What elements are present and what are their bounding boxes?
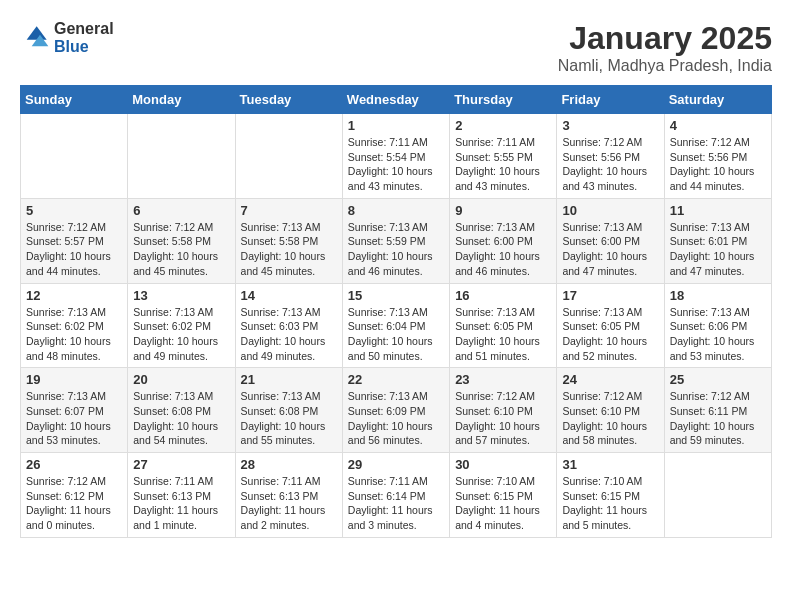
day-number: 29 <box>348 457 444 472</box>
day-number: 23 <box>455 372 551 387</box>
day-info: Sunrise: 7:13 AM Sunset: 6:00 PM Dayligh… <box>562 220 658 279</box>
svg-marker-0 <box>27 26 47 39</box>
day-info: Sunrise: 7:13 AM Sunset: 6:08 PM Dayligh… <box>241 389 337 448</box>
day-info: Sunrise: 7:12 AM Sunset: 6:12 PM Dayligh… <box>26 474 122 533</box>
day-number: 3 <box>562 118 658 133</box>
calendar-cell: 3Sunrise: 7:12 AM Sunset: 5:56 PM Daylig… <box>557 114 664 199</box>
day-number: 4 <box>670 118 766 133</box>
day-number: 22 <box>348 372 444 387</box>
calendar-cell: 17Sunrise: 7:13 AM Sunset: 6:05 PM Dayli… <box>557 283 664 368</box>
calendar-cell: 22Sunrise: 7:13 AM Sunset: 6:09 PM Dayli… <box>342 368 449 453</box>
day-info: Sunrise: 7:13 AM Sunset: 5:59 PM Dayligh… <box>348 220 444 279</box>
calendar-cell: 28Sunrise: 7:11 AM Sunset: 6:13 PM Dayli… <box>235 453 342 538</box>
day-info: Sunrise: 7:13 AM Sunset: 6:03 PM Dayligh… <box>241 305 337 364</box>
calendar-week-row: 5Sunrise: 7:12 AM Sunset: 5:57 PM Daylig… <box>21 198 772 283</box>
day-info: Sunrise: 7:12 AM Sunset: 6:10 PM Dayligh… <box>562 389 658 448</box>
day-number: 2 <box>455 118 551 133</box>
day-number: 16 <box>455 288 551 303</box>
day-info: Sunrise: 7:12 AM Sunset: 6:10 PM Dayligh… <box>455 389 551 448</box>
day-number: 26 <box>26 457 122 472</box>
calendar-cell <box>128 114 235 199</box>
day-number: 15 <box>348 288 444 303</box>
weekday-header-tuesday: Tuesday <box>235 86 342 114</box>
calendar-cell: 25Sunrise: 7:12 AM Sunset: 6:11 PM Dayli… <box>664 368 771 453</box>
logo-blue-text: Blue <box>54 38 114 56</box>
day-info: Sunrise: 7:12 AM Sunset: 5:58 PM Dayligh… <box>133 220 229 279</box>
day-info: Sunrise: 7:13 AM Sunset: 6:02 PM Dayligh… <box>26 305 122 364</box>
logo-general-text: General <box>54 20 114 38</box>
logo-icon <box>20 23 50 53</box>
day-number: 6 <box>133 203 229 218</box>
day-info: Sunrise: 7:10 AM Sunset: 6:15 PM Dayligh… <box>562 474 658 533</box>
calendar-cell: 12Sunrise: 7:13 AM Sunset: 6:02 PM Dayli… <box>21 283 128 368</box>
calendar-cell: 10Sunrise: 7:13 AM Sunset: 6:00 PM Dayli… <box>557 198 664 283</box>
calendar-cell: 18Sunrise: 7:13 AM Sunset: 6:06 PM Dayli… <box>664 283 771 368</box>
day-number: 12 <box>26 288 122 303</box>
day-number: 28 <box>241 457 337 472</box>
calendar-week-row: 1Sunrise: 7:11 AM Sunset: 5:54 PM Daylig… <box>21 114 772 199</box>
day-info: Sunrise: 7:13 AM Sunset: 5:58 PM Dayligh… <box>241 220 337 279</box>
day-info: Sunrise: 7:13 AM Sunset: 6:07 PM Dayligh… <box>26 389 122 448</box>
calendar-cell: 21Sunrise: 7:13 AM Sunset: 6:08 PM Dayli… <box>235 368 342 453</box>
calendar-cell: 1Sunrise: 7:11 AM Sunset: 5:54 PM Daylig… <box>342 114 449 199</box>
calendar-cell: 11Sunrise: 7:13 AM Sunset: 6:01 PM Dayli… <box>664 198 771 283</box>
weekday-header-monday: Monday <box>128 86 235 114</box>
day-info: Sunrise: 7:11 AM Sunset: 5:55 PM Dayligh… <box>455 135 551 194</box>
calendar-cell: 13Sunrise: 7:13 AM Sunset: 6:02 PM Dayli… <box>128 283 235 368</box>
calendar-cell: 5Sunrise: 7:12 AM Sunset: 5:57 PM Daylig… <box>21 198 128 283</box>
day-number: 18 <box>670 288 766 303</box>
calendar-cell: 2Sunrise: 7:11 AM Sunset: 5:55 PM Daylig… <box>450 114 557 199</box>
calendar-cell: 6Sunrise: 7:12 AM Sunset: 5:58 PM Daylig… <box>128 198 235 283</box>
calendar-cell: 31Sunrise: 7:10 AM Sunset: 6:15 PM Dayli… <box>557 453 664 538</box>
calendar-cell: 24Sunrise: 7:12 AM Sunset: 6:10 PM Dayli… <box>557 368 664 453</box>
weekday-header-row: SundayMondayTuesdayWednesdayThursdayFrid… <box>21 86 772 114</box>
month-year-title: January 2025 <box>558 20 772 57</box>
day-number: 10 <box>562 203 658 218</box>
calendar-cell: 16Sunrise: 7:13 AM Sunset: 6:05 PM Dayli… <box>450 283 557 368</box>
day-number: 20 <box>133 372 229 387</box>
calendar-cell: 7Sunrise: 7:13 AM Sunset: 5:58 PM Daylig… <box>235 198 342 283</box>
day-number: 30 <box>455 457 551 472</box>
day-number: 14 <box>241 288 337 303</box>
day-info: Sunrise: 7:12 AM Sunset: 5:56 PM Dayligh… <box>670 135 766 194</box>
calendar-cell: 19Sunrise: 7:13 AM Sunset: 6:07 PM Dayli… <box>21 368 128 453</box>
calendar-cell <box>235 114 342 199</box>
day-info: Sunrise: 7:13 AM Sunset: 6:05 PM Dayligh… <box>562 305 658 364</box>
title-block: January 2025 Namli, Madhya Pradesh, Indi… <box>558 20 772 75</box>
calendar-cell <box>21 114 128 199</box>
day-info: Sunrise: 7:12 AM Sunset: 5:56 PM Dayligh… <box>562 135 658 194</box>
calendar-cell: 23Sunrise: 7:12 AM Sunset: 6:10 PM Dayli… <box>450 368 557 453</box>
day-info: Sunrise: 7:11 AM Sunset: 6:13 PM Dayligh… <box>133 474 229 533</box>
calendar-week-row: 12Sunrise: 7:13 AM Sunset: 6:02 PM Dayli… <box>21 283 772 368</box>
day-number: 25 <box>670 372 766 387</box>
calendar-cell: 27Sunrise: 7:11 AM Sunset: 6:13 PM Dayli… <box>128 453 235 538</box>
calendar-cell: 30Sunrise: 7:10 AM Sunset: 6:15 PM Dayli… <box>450 453 557 538</box>
day-number: 8 <box>348 203 444 218</box>
weekday-header-friday: Friday <box>557 86 664 114</box>
logo: General Blue <box>20 20 114 55</box>
calendar-table: SundayMondayTuesdayWednesdayThursdayFrid… <box>20 85 772 538</box>
page-header: General Blue January 2025 Namli, Madhya … <box>20 20 772 75</box>
logo-text: General Blue <box>54 20 114 55</box>
day-info: Sunrise: 7:12 AM Sunset: 5:57 PM Dayligh… <box>26 220 122 279</box>
day-info: Sunrise: 7:13 AM Sunset: 6:01 PM Dayligh… <box>670 220 766 279</box>
day-number: 24 <box>562 372 658 387</box>
day-number: 5 <box>26 203 122 218</box>
day-number: 1 <box>348 118 444 133</box>
day-info: Sunrise: 7:13 AM Sunset: 6:00 PM Dayligh… <box>455 220 551 279</box>
day-number: 9 <box>455 203 551 218</box>
calendar-cell: 14Sunrise: 7:13 AM Sunset: 6:03 PM Dayli… <box>235 283 342 368</box>
calendar-cell: 29Sunrise: 7:11 AM Sunset: 6:14 PM Dayli… <box>342 453 449 538</box>
location-subtitle: Namli, Madhya Pradesh, India <box>558 57 772 75</box>
day-info: Sunrise: 7:11 AM Sunset: 5:54 PM Dayligh… <box>348 135 444 194</box>
calendar-cell: 26Sunrise: 7:12 AM Sunset: 6:12 PM Dayli… <box>21 453 128 538</box>
day-info: Sunrise: 7:13 AM Sunset: 6:04 PM Dayligh… <box>348 305 444 364</box>
calendar-cell: 9Sunrise: 7:13 AM Sunset: 6:00 PM Daylig… <box>450 198 557 283</box>
day-info: Sunrise: 7:12 AM Sunset: 6:11 PM Dayligh… <box>670 389 766 448</box>
day-number: 31 <box>562 457 658 472</box>
weekday-header-sunday: Sunday <box>21 86 128 114</box>
day-number: 21 <box>241 372 337 387</box>
day-info: Sunrise: 7:11 AM Sunset: 6:14 PM Dayligh… <box>348 474 444 533</box>
day-info: Sunrise: 7:13 AM Sunset: 6:08 PM Dayligh… <box>133 389 229 448</box>
day-info: Sunrise: 7:13 AM Sunset: 6:02 PM Dayligh… <box>133 305 229 364</box>
